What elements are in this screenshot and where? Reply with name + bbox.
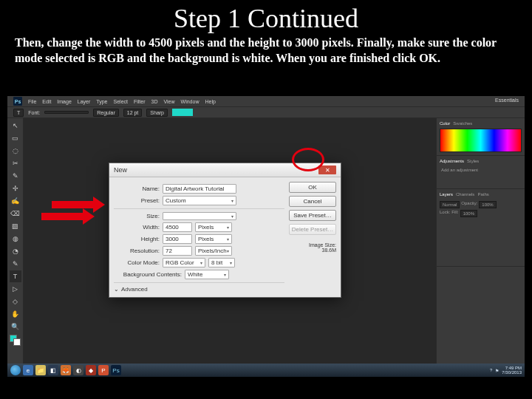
resolution-label: Resolution:: [114, 248, 160, 254]
shape-tool[interactable]: ◇: [10, 296, 21, 307]
taskbar-app-icon[interactable]: ◧: [48, 365, 58, 375]
height-unit-select[interactable]: Pixels▾: [195, 234, 232, 244]
tab-color[interactable]: Color: [440, 121, 450, 126]
menu-view[interactable]: View: [164, 99, 175, 104]
menu-type[interactable]: Type: [96, 99, 107, 104]
tab-channels[interactable]: Channels: [456, 192, 474, 197]
text-color-swatch[interactable]: [172, 109, 193, 116]
cancel-button[interactable]: Cancel: [289, 196, 336, 207]
bit-depth-select[interactable]: 8 bit▾: [208, 258, 235, 267]
taskbar-app2-icon[interactable]: ◐: [73, 365, 83, 375]
layers-panel: Layers Channels Paths Normal Opacity: 10…: [437, 189, 525, 267]
canvas-area: New ✕ Name: Digital Artwork Tutorial Pre…: [24, 118, 436, 364]
tab-paths[interactable]: Paths: [477, 192, 488, 197]
save-preset-button[interactable]: Save Preset…: [289, 210, 336, 221]
pen-tool[interactable]: ✎: [10, 258, 21, 270]
lasso-tool[interactable]: ◌: [10, 145, 21, 157]
name-input[interactable]: Digital Artwork Tutorial: [163, 184, 236, 194]
tab-layers[interactable]: Layers: [440, 192, 453, 197]
width-label: Width:: [114, 224, 160, 231]
slide-title: Step 1 Continued: [0, 0, 532, 35]
chevron-down-icon: ⌄: [114, 286, 119, 293]
taskbar-firefox-icon[interactable]: 🦊: [61, 365, 71, 375]
menu-window[interactable]: Window: [181, 99, 200, 104]
tray-flag-icon[interactable]: ⚑: [495, 368, 499, 373]
font-size-select[interactable]: 12 pt: [123, 109, 143, 117]
taskbar-explorer-icon[interactable]: 📁: [35, 365, 46, 375]
bg-contents-label: Background Contents:: [114, 271, 182, 278]
tab-styles[interactable]: Styles: [467, 159, 479, 163]
opacity-label: Opacity:: [461, 201, 477, 208]
move-tool[interactable]: ↖: [10, 120, 21, 132]
menubar: Ps File Edit Image Layer Type Select Fil…: [7, 96, 525, 106]
height-input[interactable]: 3000: [163, 234, 192, 244]
width-input[interactable]: 4500: [163, 222, 192, 232]
gradient-tool[interactable]: ◍: [10, 233, 21, 245]
adjustments-hint: Add an adjustment: [438, 165, 523, 187]
menu-3d[interactable]: 3D: [151, 99, 158, 104]
tab-adjustments[interactable]: Adjustments: [440, 159, 464, 163]
taskbar-ie-icon[interactable]: e: [23, 365, 33, 375]
font-style-select[interactable]: Regular: [93, 109, 119, 117]
blur-tool[interactable]: ◔: [10, 245, 21, 257]
menu-image[interactable]: Image: [57, 99, 71, 104]
advanced-toggle[interactable]: ⌄ Advanced: [114, 286, 284, 293]
menu-file[interactable]: File: [28, 99, 36, 104]
slide-body-text: Then, change the width to 4500 pixels an…: [0, 35, 532, 72]
healing-tool[interactable]: ✢: [10, 183, 21, 194]
taskbar-powerpoint-icon[interactable]: P: [98, 365, 109, 375]
taskbar-date: 7/30/2013: [502, 370, 522, 375]
background-color-swatch[interactable]: [13, 338, 21, 346]
path-select-tool[interactable]: ▷: [10, 283, 21, 295]
eyedropper-tool[interactable]: ✎: [10, 170, 21, 182]
photoshop-logo-icon: Ps: [13, 97, 22, 106]
bg-contents-select[interactable]: White▾: [185, 270, 229, 279]
eraser-tool[interactable]: ▨: [10, 220, 21, 232]
ok-button[interactable]: OK: [289, 182, 336, 193]
menu-select[interactable]: Select: [114, 99, 128, 104]
brush-tool[interactable]: ✍: [10, 195, 21, 207]
start-button[interactable]: [10, 365, 21, 375]
delete-preset-button: Delete Preset…: [289, 224, 336, 235]
font-family-select[interactable]: [44, 111, 89, 114]
options-bar: T Font: Regular 12 pt Sharp: [7, 106, 525, 118]
stamp-tool[interactable]: ⌫: [10, 208, 21, 219]
color-ramp[interactable]: [440, 129, 522, 152]
photoshop-window: Ps File Edit Image Layer Type Select Fil…: [7, 96, 525, 377]
zoom-tool[interactable]: 🔍: [10, 321, 21, 332]
fill-value[interactable]: 100%: [460, 210, 477, 217]
menu-help[interactable]: Help: [205, 99, 215, 104]
close-button[interactable]: ✕: [318, 166, 336, 174]
type-tool[interactable]: T: [10, 270, 21, 282]
menu-layer[interactable]: Layer: [78, 99, 91, 104]
tray-help-icon[interactable]: ?: [490, 368, 492, 372]
marquee-tool[interactable]: ▭: [10, 132, 21, 144]
taskbar-photoshop-icon[interactable]: Ps: [111, 365, 121, 375]
color-mode-select[interactable]: RGB Color▾: [163, 258, 205, 267]
height-label: Height:: [114, 236, 160, 242]
size-select[interactable]: ▾: [163, 212, 236, 220]
toolbox: ↖ ▭ ◌ ✂ ✎ ✢ ✍ ⌫ ▨ ◍ ◔ ✎ T ▷ ◇ ✋ 🔍: [7, 118, 24, 364]
width-unit-select[interactable]: Pixels▾: [195, 222, 232, 232]
resolution-input[interactable]: 72: [163, 246, 192, 256]
dialog-title: New: [114, 166, 127, 174]
hand-tool[interactable]: ✋: [10, 308, 21, 320]
color-panel: Color Swatches: [437, 118, 525, 156]
preset-select[interactable]: Custom▾: [163, 196, 236, 205]
dialog-titlebar[interactable]: New ✕: [109, 163, 341, 177]
lock-label: Lock:: [440, 210, 450, 217]
taskbar-app3-icon[interactable]: ◆: [86, 365, 96, 375]
menu-edit[interactable]: Edit: [42, 99, 51, 104]
windows-taskbar: e 📁 ◧ 🦊 ◐ ◆ P Ps ? ⚑ 7:49 PM 7/30/2013: [7, 364, 525, 377]
tab-swatches[interactable]: Swatches: [453, 121, 472, 126]
resolution-unit-select[interactable]: Pixels/Inch▾: [195, 246, 232, 256]
opacity-value[interactable]: 100%: [479, 201, 496, 208]
right-panel-dock: Color Swatches Adjustments Styles Add an…: [436, 118, 525, 364]
blend-mode-select[interactable]: Normal: [440, 201, 460, 208]
color-picker[interactable]: [10, 335, 21, 346]
crop-tool[interactable]: ✂: [10, 157, 21, 169]
workspace-switcher[interactable]: Essentials: [495, 98, 519, 103]
menu-filter[interactable]: Filter: [134, 99, 146, 104]
antialias-select[interactable]: Sharp: [146, 109, 168, 117]
color-mode-label: Color Mode:: [114, 259, 160, 266]
